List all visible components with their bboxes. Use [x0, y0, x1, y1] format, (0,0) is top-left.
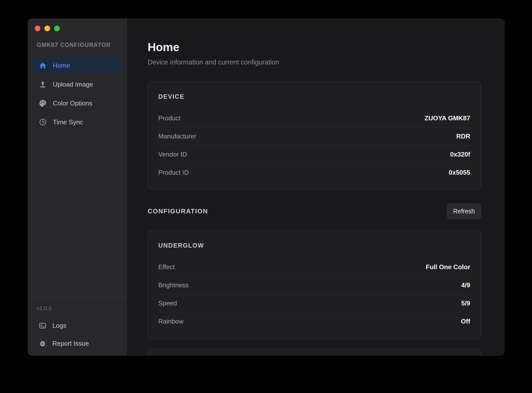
- row-value: Full One Color: [426, 263, 470, 271]
- row-label: Speed: [158, 299, 177, 307]
- table-row: Rainbow Off: [158, 312, 470, 330]
- sidebar-item-label: Upload Image: [53, 81, 93, 88]
- sidebar-item-report-issue[interactable]: Report Issue: [33, 337, 122, 349]
- underglow-card-header: UNDERGLOW: [158, 230, 470, 249]
- configuration-section-header: CONFIGURATION: [148, 207, 208, 215]
- sidebar-item-upload-image[interactable]: Upload Image: [33, 76, 122, 93]
- row-label: Effect: [158, 263, 175, 271]
- traffic-lights: [28, 19, 127, 31]
- main-content: Home Device information and current conf…: [127, 19, 504, 355]
- palette-icon: [39, 99, 47, 107]
- next-card-partial: [148, 348, 481, 355]
- configuration-section-bar: CONFIGURATION Refresh: [148, 204, 481, 219]
- table-row: Brightness 4/9: [158, 276, 470, 294]
- main-panel: Home Device information and current conf…: [127, 19, 504, 355]
- table-row: Product ID 0x5055: [158, 164, 470, 182]
- sidebar: GMK87 CONFIGURATOR Home Upload Image Col…: [28, 19, 127, 355]
- table-row: Product ZUOYA GMK87: [158, 109, 470, 127]
- home-icon: [39, 62, 47, 70]
- device-card-header: DEVICE: [158, 81, 470, 100]
- sidebar-item-label: Logs: [52, 322, 66, 329]
- sidebar-item-color-options[interactable]: Color Options: [33, 95, 122, 111]
- sidebar-item-label: Report Issue: [52, 340, 89, 347]
- row-value: Off: [461, 318, 470, 325]
- app-title: GMK87 CONFIGURATOR: [37, 42, 127, 48]
- table-row: Effect Full One Color: [158, 258, 470, 276]
- row-value: RDR: [456, 132, 470, 140]
- sidebar-footer: v1.0.0 Logs Report Issue: [28, 297, 127, 355]
- device-card: DEVICE Product ZUOYA GMK87 Manufacturer …: [148, 81, 481, 190]
- row-label: Manufacturer: [158, 132, 196, 140]
- row-value: 0x5055: [449, 169, 470, 176]
- row-label: Product: [158, 114, 181, 122]
- clock-icon: [39, 118, 47, 126]
- table-row: Speed 5/9: [158, 294, 470, 312]
- upload-icon: [39, 80, 47, 89]
- zoom-window-button[interactable]: [54, 26, 60, 31]
- sidebar-item-label: Time Sync: [53, 118, 83, 126]
- page-title: Home: [148, 41, 481, 54]
- row-label: Brightness: [158, 281, 189, 289]
- underglow-card: UNDERGLOW Effect Full One Color Brightne…: [148, 230, 481, 340]
- row-label: Vendor ID: [158, 151, 187, 158]
- app-window: GMK87 CONFIGURATOR Home Upload Image Col…: [28, 19, 504, 356]
- underglow-rows: Effect Full One Color Brightness 4/9 Spe…: [158, 258, 470, 330]
- device-rows: Product ZUOYA GMK87 Manufacturer RDR Ven…: [158, 109, 470, 182]
- page-subtitle: Device information and current configura…: [148, 58, 481, 67]
- terminal-icon: [39, 322, 46, 329]
- sidebar-item-label: Color Options: [53, 99, 92, 107]
- sidebar-item-label: Home: [53, 62, 70, 69]
- row-value: 4/9: [461, 281, 470, 289]
- app-version: v1.0.0: [37, 305, 127, 312]
- row-value: 5/9: [461, 299, 470, 307]
- row-label: Rainbow: [158, 318, 183, 325]
- row-value: 0x320f: [450, 151, 470, 158]
- bug-icon: [39, 340, 46, 347]
- sidebar-nav: Home Upload Image Color Options Time Syn…: [28, 57, 127, 133]
- table-row: Manufacturer RDR: [158, 127, 470, 145]
- sidebar-item-home[interactable]: Home: [33, 57, 122, 74]
- refresh-button[interactable]: Refresh: [447, 204, 481, 219]
- sidebar-footer-nav: Logs Report Issue: [28, 320, 127, 349]
- row-label: Product ID: [158, 169, 189, 176]
- row-value: ZUOYA GMK87: [425, 114, 470, 122]
- minimize-window-button[interactable]: [44, 26, 50, 31]
- table-row: Vendor ID 0x320f: [158, 145, 470, 164]
- close-window-button[interactable]: [35, 26, 40, 31]
- sidebar-item-logs[interactable]: Logs: [33, 320, 122, 331]
- sidebar-item-time-sync[interactable]: Time Sync: [33, 114, 122, 130]
